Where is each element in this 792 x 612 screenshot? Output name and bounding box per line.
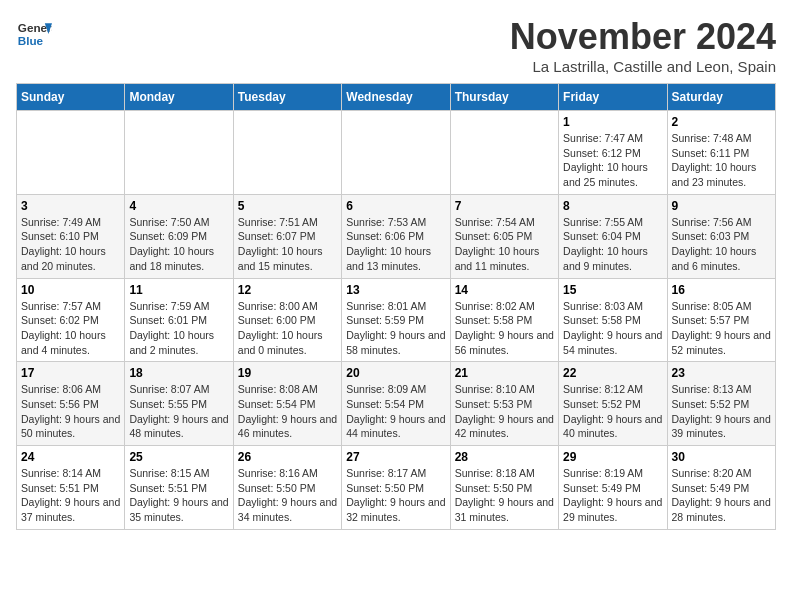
- day-number: 26: [238, 450, 337, 464]
- day-info: Sunrise: 8:18 AM Sunset: 5:50 PM Dayligh…: [455, 466, 554, 525]
- svg-text:Blue: Blue: [18, 34, 44, 47]
- day-cell: 28Sunrise: 8:18 AM Sunset: 5:50 PM Dayli…: [450, 446, 558, 530]
- day-number: 11: [129, 283, 228, 297]
- day-number: 18: [129, 366, 228, 380]
- weekday-sunday: Sunday: [17, 84, 125, 111]
- weekday-wednesday: Wednesday: [342, 84, 450, 111]
- day-cell: 11Sunrise: 7:59 AM Sunset: 6:01 PM Dayli…: [125, 278, 233, 362]
- day-cell: 12Sunrise: 8:00 AM Sunset: 6:00 PM Dayli…: [233, 278, 341, 362]
- day-cell: 17Sunrise: 8:06 AM Sunset: 5:56 PM Dayli…: [17, 362, 125, 446]
- day-info: Sunrise: 7:56 AM Sunset: 6:03 PM Dayligh…: [672, 215, 771, 274]
- day-number: 8: [563, 199, 662, 213]
- day-number: 3: [21, 199, 120, 213]
- day-number: 10: [21, 283, 120, 297]
- day-cell: 9Sunrise: 7:56 AM Sunset: 6:03 PM Daylig…: [667, 194, 775, 278]
- day-info: Sunrise: 8:07 AM Sunset: 5:55 PM Dayligh…: [129, 382, 228, 441]
- day-number: 6: [346, 199, 445, 213]
- calendar-table: SundayMondayTuesdayWednesdayThursdayFrid…: [16, 83, 776, 530]
- day-cell: 4Sunrise: 7:50 AM Sunset: 6:09 PM Daylig…: [125, 194, 233, 278]
- day-cell: 15Sunrise: 8:03 AM Sunset: 5:58 PM Dayli…: [559, 278, 667, 362]
- day-cell: [233, 111, 341, 195]
- day-cell: 13Sunrise: 8:01 AM Sunset: 5:59 PM Dayli…: [342, 278, 450, 362]
- day-number: 13: [346, 283, 445, 297]
- title-area: November 2024 La Lastrilla, Castille and…: [510, 16, 776, 75]
- day-number: 16: [672, 283, 771, 297]
- day-cell: 16Sunrise: 8:05 AM Sunset: 5:57 PM Dayli…: [667, 278, 775, 362]
- day-info: Sunrise: 8:17 AM Sunset: 5:50 PM Dayligh…: [346, 466, 445, 525]
- day-cell: 10Sunrise: 7:57 AM Sunset: 6:02 PM Dayli…: [17, 278, 125, 362]
- day-info: Sunrise: 8:19 AM Sunset: 5:49 PM Dayligh…: [563, 466, 662, 525]
- day-info: Sunrise: 8:06 AM Sunset: 5:56 PM Dayligh…: [21, 382, 120, 441]
- day-info: Sunrise: 8:10 AM Sunset: 5:53 PM Dayligh…: [455, 382, 554, 441]
- day-cell: 26Sunrise: 8:16 AM Sunset: 5:50 PM Dayli…: [233, 446, 341, 530]
- day-info: Sunrise: 7:55 AM Sunset: 6:04 PM Dayligh…: [563, 215, 662, 274]
- day-number: 29: [563, 450, 662, 464]
- day-info: Sunrise: 8:14 AM Sunset: 5:51 PM Dayligh…: [21, 466, 120, 525]
- day-info: Sunrise: 7:51 AM Sunset: 6:07 PM Dayligh…: [238, 215, 337, 274]
- day-number: 7: [455, 199, 554, 213]
- day-info: Sunrise: 7:49 AM Sunset: 6:10 PM Dayligh…: [21, 215, 120, 274]
- day-number: 27: [346, 450, 445, 464]
- day-info: Sunrise: 8:00 AM Sunset: 6:00 PM Dayligh…: [238, 299, 337, 358]
- day-cell: 8Sunrise: 7:55 AM Sunset: 6:04 PM Daylig…: [559, 194, 667, 278]
- day-cell: 3Sunrise: 7:49 AM Sunset: 6:10 PM Daylig…: [17, 194, 125, 278]
- day-cell: [342, 111, 450, 195]
- day-cell: 6Sunrise: 7:53 AM Sunset: 6:06 PM Daylig…: [342, 194, 450, 278]
- week-row-5: 24Sunrise: 8:14 AM Sunset: 5:51 PM Dayli…: [17, 446, 776, 530]
- day-cell: 7Sunrise: 7:54 AM Sunset: 6:05 PM Daylig…: [450, 194, 558, 278]
- day-info: Sunrise: 8:13 AM Sunset: 5:52 PM Dayligh…: [672, 382, 771, 441]
- day-number: 30: [672, 450, 771, 464]
- week-row-1: 1Sunrise: 7:47 AM Sunset: 6:12 PM Daylig…: [17, 111, 776, 195]
- day-number: 25: [129, 450, 228, 464]
- day-info: Sunrise: 7:50 AM Sunset: 6:09 PM Dayligh…: [129, 215, 228, 274]
- day-number: 28: [455, 450, 554, 464]
- day-info: Sunrise: 7:48 AM Sunset: 6:11 PM Dayligh…: [672, 131, 771, 190]
- day-info: Sunrise: 8:20 AM Sunset: 5:49 PM Dayligh…: [672, 466, 771, 525]
- day-number: 22: [563, 366, 662, 380]
- day-cell: 19Sunrise: 8:08 AM Sunset: 5:54 PM Dayli…: [233, 362, 341, 446]
- location-title: La Lastrilla, Castille and Leon, Spain: [510, 58, 776, 75]
- day-number: 5: [238, 199, 337, 213]
- day-number: 2: [672, 115, 771, 129]
- day-number: 23: [672, 366, 771, 380]
- weekday-tuesday: Tuesday: [233, 84, 341, 111]
- day-number: 14: [455, 283, 554, 297]
- day-number: 15: [563, 283, 662, 297]
- day-cell: 29Sunrise: 8:19 AM Sunset: 5:49 PM Dayli…: [559, 446, 667, 530]
- week-row-3: 10Sunrise: 7:57 AM Sunset: 6:02 PM Dayli…: [17, 278, 776, 362]
- day-info: Sunrise: 8:12 AM Sunset: 5:52 PM Dayligh…: [563, 382, 662, 441]
- day-number: 19: [238, 366, 337, 380]
- day-cell: 14Sunrise: 8:02 AM Sunset: 5:58 PM Dayli…: [450, 278, 558, 362]
- day-cell: [450, 111, 558, 195]
- day-cell: 25Sunrise: 8:15 AM Sunset: 5:51 PM Dayli…: [125, 446, 233, 530]
- day-info: Sunrise: 7:53 AM Sunset: 6:06 PM Dayligh…: [346, 215, 445, 274]
- month-title: November 2024: [510, 16, 776, 58]
- day-cell: 24Sunrise: 8:14 AM Sunset: 5:51 PM Dayli…: [17, 446, 125, 530]
- day-info: Sunrise: 8:03 AM Sunset: 5:58 PM Dayligh…: [563, 299, 662, 358]
- day-info: Sunrise: 8:02 AM Sunset: 5:58 PM Dayligh…: [455, 299, 554, 358]
- day-number: 12: [238, 283, 337, 297]
- day-info: Sunrise: 8:01 AM Sunset: 5:59 PM Dayligh…: [346, 299, 445, 358]
- day-cell: 22Sunrise: 8:12 AM Sunset: 5:52 PM Dayli…: [559, 362, 667, 446]
- day-cell: 23Sunrise: 8:13 AM Sunset: 5:52 PM Dayli…: [667, 362, 775, 446]
- day-info: Sunrise: 7:57 AM Sunset: 6:02 PM Dayligh…: [21, 299, 120, 358]
- day-cell: [125, 111, 233, 195]
- day-info: Sunrise: 8:08 AM Sunset: 5:54 PM Dayligh…: [238, 382, 337, 441]
- logo: General Blue: [16, 16, 52, 52]
- day-info: Sunrise: 8:16 AM Sunset: 5:50 PM Dayligh…: [238, 466, 337, 525]
- day-number: 4: [129, 199, 228, 213]
- day-number: 21: [455, 366, 554, 380]
- day-cell: 2Sunrise: 7:48 AM Sunset: 6:11 PM Daylig…: [667, 111, 775, 195]
- weekday-monday: Monday: [125, 84, 233, 111]
- day-info: Sunrise: 8:05 AM Sunset: 5:57 PM Dayligh…: [672, 299, 771, 358]
- day-info: Sunrise: 7:59 AM Sunset: 6:01 PM Dayligh…: [129, 299, 228, 358]
- day-cell: 20Sunrise: 8:09 AM Sunset: 5:54 PM Dayli…: [342, 362, 450, 446]
- week-row-2: 3Sunrise: 7:49 AM Sunset: 6:10 PM Daylig…: [17, 194, 776, 278]
- day-number: 9: [672, 199, 771, 213]
- day-cell: 21Sunrise: 8:10 AM Sunset: 5:53 PM Dayli…: [450, 362, 558, 446]
- day-number: 17: [21, 366, 120, 380]
- logo-icon: General Blue: [16, 16, 52, 52]
- day-info: Sunrise: 8:15 AM Sunset: 5:51 PM Dayligh…: [129, 466, 228, 525]
- day-cell: 27Sunrise: 8:17 AM Sunset: 5:50 PM Dayli…: [342, 446, 450, 530]
- day-info: Sunrise: 7:47 AM Sunset: 6:12 PM Dayligh…: [563, 131, 662, 190]
